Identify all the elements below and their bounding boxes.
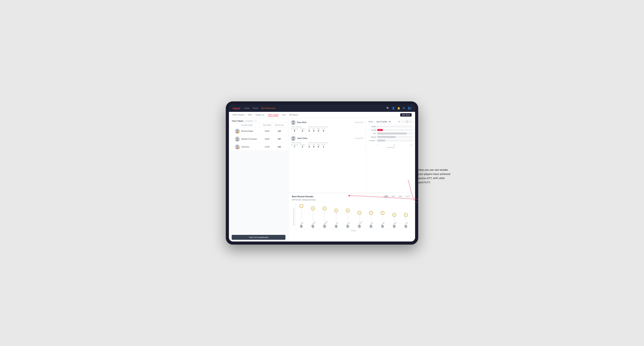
table-view-btn[interactable]: ⊟ — [409, 120, 413, 123]
sub-nav-hcaps[interactable]: Hcaps 1-5 — [256, 114, 264, 116]
putt-stat: PUTT 0 — [322, 128, 326, 132]
practice-activities-label: Total Practice Activities — [308, 142, 328, 144]
streak-player-col: 3x C. Quick — [400, 203, 412, 224]
search-icon[interactable]: 🔍 — [386, 107, 390, 110]
bar-label: Bogeys — [368, 136, 377, 138]
practice-label: Practice — [300, 144, 305, 146]
settings-icon[interactable]: ⚙ — [403, 107, 405, 110]
player-avatar — [311, 225, 314, 228]
center-right-top: Rees Britt 02 Sep 2023 Total Rounds — [288, 118, 415, 192]
svg-point-22 — [370, 225, 372, 227]
chart-view-btn[interactable]: ◫ — [405, 120, 409, 123]
sub-nav-tour[interactable]: Tour — [282, 114, 286, 116]
avatar-icon[interactable]: 👤▾ — [408, 107, 412, 110]
nav-teams[interactable]: Teams — [253, 106, 258, 110]
svg-point-17 — [335, 227, 337, 228]
arg-label: ARG — [317, 128, 320, 130]
sub-nav-team-clippd[interactable]: Team Clippd — [268, 114, 278, 116]
sub-nav-all-players[interactable]: All Players — [289, 114, 298, 116]
streak-player-col: 7x E. Ebert — [296, 203, 307, 224]
player-card-date: 02 Sep 2023 — [354, 121, 364, 123]
avatar — [291, 136, 296, 141]
arg-value: 0 — [318, 130, 319, 132]
streak-bar-line — [359, 215, 360, 224]
streak-tab-app[interactable]: APP — [390, 195, 396, 198]
chart-container: 7x E. Ebert 6x B. McHarg 6x D. Billingha… — [296, 202, 412, 231]
player-card-header: Rees Britt 02 Sep 2023 — [291, 120, 364, 125]
putt-label: PUTT — [322, 144, 326, 146]
practice-value: 2 — [302, 146, 303, 148]
streak-bubble: 4x — [369, 211, 373, 215]
rounds-sub-stats: Tournament 8 Practice 4 — [291, 128, 305, 132]
bell-icon[interactable]: 🔔 — [397, 107, 400, 110]
bar-row-bogeys: Bogeys 311 — [368, 136, 413, 138]
player-avatar — [346, 225, 349, 228]
ott-value: 0 — [309, 146, 310, 148]
edit-icon[interactable]: ✏ — [255, 120, 256, 122]
bar-label: Pars — [368, 133, 377, 134]
practice-label: Practice — [300, 128, 305, 130]
col-pb-score: PB SCORE — [261, 124, 273, 126]
sub-nav-pga[interactable]: PGA — [248, 114, 252, 116]
app-value: 0 — [313, 146, 314, 148]
table-row[interactable]: 2 Edward Crossman 18/20 107 — [229, 135, 288, 143]
practice-activities-group: Total Practice Activities OTT 0 — [308, 126, 328, 132]
player-avatar — [404, 225, 408, 228]
nav-my-performance[interactable]: My Performance — [262, 106, 276, 110]
pb-avg: 103 — [273, 146, 286, 148]
grid-view-btn[interactable]: ⊞ — [398, 120, 401, 123]
x-label-0: 0 — [377, 144, 378, 146]
add-team-button[interactable]: Add Team — [400, 113, 412, 117]
streak-player-col: 3x R. Butler — [388, 203, 400, 224]
putt-value: 0 — [323, 130, 324, 132]
view-full-leaderboard-button[interactable]: View Full Leaderboard — [232, 235, 286, 240]
svg-point-2 — [236, 137, 238, 140]
chart-title: Total Shots — [368, 147, 413, 148]
list-view-btn[interactable]: ≡ — [402, 120, 405, 123]
streak-bubble: 3x — [392, 213, 396, 217]
streak-bubble: 3x — [404, 213, 408, 217]
player-avatar — [393, 225, 396, 228]
player-card-name: Josh Coles — [297, 137, 354, 139]
show-label: Show — [368, 121, 373, 123]
streak-bar-line — [348, 213, 348, 224]
table-row[interactable]: 1 Richard Butler 19/20 110 — [229, 127, 288, 135]
practice-activities-label: Total Practice Activities — [308, 126, 328, 128]
streak-tab-arg[interactable]: ARG — [397, 195, 404, 198]
arg-stat: ARG 0 — [317, 144, 320, 148]
bar-label: Birdies — [368, 129, 377, 131]
table-row[interactable]: 3 Cameron... 17/20 103 — [229, 143, 288, 151]
streak-bar-line — [301, 208, 302, 224]
streak-bubble: 6x — [311, 206, 315, 210]
bar-fill — [377, 126, 378, 128]
pb-score: 18/20 — [261, 138, 273, 140]
svg-point-27 — [393, 227, 395, 228]
bar-label: D.Bogeys + — [368, 140, 377, 141]
nav-home[interactable]: Home — [244, 106, 249, 110]
activities-sub-stats: OTT 0 APP 0 — [308, 128, 328, 132]
streak-player-col: 4x E. Crossman — [354, 203, 365, 224]
player-card-date: 26 Aug 2023 — [354, 137, 364, 139]
rank-badge-gold: 1 — [238, 132, 240, 134]
svg-point-15 — [324, 227, 326, 228]
streak-bubble: 4x — [380, 211, 384, 215]
player-card-rees-britt: Rees Britt 02 Sep 2023 Total Rounds — [288, 118, 366, 134]
bar-row-dbogeys: D.Bogeys + 131 — [368, 140, 413, 142]
svg-point-19 — [347, 227, 349, 228]
tablet-screen: clippd Home Teams My Performance 🔍 👤 🔔 ⚙… — [229, 105, 415, 241]
svg-point-23 — [370, 227, 372, 228]
player-avatar — [334, 225, 338, 228]
streak-player-col: 6x D. Billingham — [319, 203, 330, 224]
user-icon[interactable]: 👤 — [392, 107, 395, 110]
lb-header: PLAYER NAME PB SCORE PB AVG SQ — [229, 123, 288, 127]
app-label: APP — [312, 128, 315, 130]
tablet-frame: clippd Home Teams My Performance 🔍 👤 🔔 ⚙… — [226, 101, 418, 245]
sub-nav-pgat[interactable]: PGAT Players — [232, 114, 244, 116]
streak-tab-putt[interactable]: PUTT — [404, 195, 412, 198]
team-count: | 14 Players — [244, 120, 254, 122]
right-panel: Show Last 3 months ⊞ ≡ ◫ ⊟ — [366, 118, 415, 192]
player-name: Cameron... — [241, 146, 261, 148]
streak-tab-ott[interactable]: OTT — [383, 195, 390, 198]
app-value: 0 — [313, 130, 314, 132]
show-select[interactable]: Last 3 months — [374, 120, 391, 123]
